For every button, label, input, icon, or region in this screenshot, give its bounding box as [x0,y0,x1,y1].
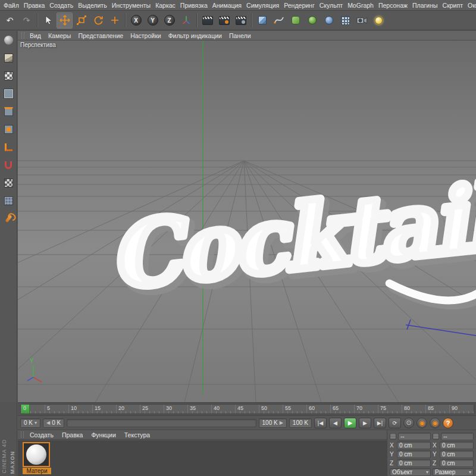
menu-select[interactable]: Выделить [76,1,109,10]
menu-animate[interactable]: Анимация [210,1,244,10]
timeline-tick: 30 [164,405,187,414]
next-frame-button[interactable]: ▶ [359,418,371,428]
tweak-mode-button[interactable] [2,212,15,225]
menu-create[interactable]: Создать [47,1,76,10]
power-slider[interactable] [67,419,256,427]
vp-menu-display[interactable]: Представление [75,32,126,39]
menu-script[interactable]: Скрипт [440,1,465,10]
camera-button[interactable] [354,12,370,29]
viewport-label[interactable]: Перспектива [20,42,56,48]
current-frame-dropdown[interactable]: 0 K ▾ [20,418,40,428]
range-end-value-field[interactable]: 100 K [289,418,312,428]
menu-simulate[interactable]: Симуляция [244,1,281,10]
size-x-field[interactable]: 0 cm [440,441,474,449]
menu-mesh[interactable]: Каркас [153,1,178,10]
vp-menu-filter[interactable]: Фильтр индикации [165,32,225,39]
go-to-start-button[interactable]: |◀ [314,418,327,428]
coord-system-button[interactable] [178,12,194,29]
light-button[interactable] [371,12,387,29]
material-name[interactable]: Матери [23,468,51,474]
menu-file[interactable]: Файл [1,1,21,10]
generator-button[interactable] [304,12,320,29]
size-z-field[interactable]: 0 cm [440,459,474,467]
loop-button[interactable]: ⟳ [389,418,401,428]
mat-menu-create[interactable]: Создать [26,431,57,439]
workplane-button[interactable] [2,195,15,207]
vp-menu-options[interactable]: Настройки [127,32,164,39]
render-settings-button[interactable] [233,12,249,29]
position-x-field[interactable]: 0 cm [397,441,431,449]
autokey-button[interactable]: ◉ [416,418,427,428]
mat-menu-texture[interactable]: Текстура [121,431,154,439]
vp-menu-panel[interactable]: Панели [226,32,254,39]
menu-edit[interactable]: Правка [21,1,47,10]
panel-icon[interactable] [390,433,396,440]
undo-button[interactable]: ↶ [2,12,18,29]
perspective-viewport[interactable]: Y Cocktails Cocktails Перспектива [18,40,476,402]
texture-button[interactable] [2,177,15,189]
drag-grip[interactable] [21,32,24,39]
position-z-field[interactable]: 0 cm [397,459,431,467]
material-manager[interactable]: Матери [18,440,387,476]
mograph-array-button[interactable] [337,12,353,29]
size-header-field[interactable]: -- [441,433,474,440]
help-button[interactable]: ? [443,418,453,428]
scale-icon [76,15,87,26]
lock-y-button[interactable]: Y [145,12,161,29]
menu-tools[interactable]: Инструменты [109,1,153,10]
last-tool-button[interactable] [107,12,123,29]
object-mode-dropdown[interactable]: Объект ▾ [390,468,431,476]
menu-sculpt[interactable]: Скульпт [317,1,345,10]
model-mode-button[interactable] [2,52,15,64]
record-options-button[interactable]: ◉ [430,418,440,428]
convert-object-button[interactable] [2,34,15,46]
menu-character[interactable]: Персонаж [376,1,410,10]
redo-button[interactable]: ↷ [18,12,35,29]
material-item[interactable]: Матери [23,442,51,474]
range-end-field[interactable]: 100 K ▶ [259,418,287,428]
metaball-button[interactable] [321,12,337,29]
previous-frame-button[interactable]: ◀ [329,418,342,428]
lock-x-button[interactable]: X [128,12,144,29]
range-start-field[interactable]: ◀ 0 K [43,418,64,428]
material-thumbnail[interactable] [23,442,50,467]
axis-mode-button[interactable] [2,141,15,154]
scene-object-cocktails[interactable]: Cocktails Cocktails [104,158,476,340]
size-mode-dropdown[interactable]: Размер ▾ [433,468,474,476]
edge-mode-button[interactable] [2,105,15,118]
mat-menu-edit[interactable]: Правка [58,431,86,439]
select-tool-button[interactable] [40,12,56,29]
position-y-field[interactable]: 0 cm [397,450,431,458]
timeline-ruler[interactable]: 0 5 10 15 20 25 30 35 40 45 50 55 60 65 … [20,404,474,414]
render-picture-viewer-button[interactable] [216,12,232,29]
add-cube-button[interactable] [254,12,270,29]
drag-grip[interactable] [21,431,24,438]
mat-menu-function[interactable]: Функции [87,431,119,439]
record-off-icon: ⊙ [406,419,411,427]
render-view-button[interactable] [199,12,215,29]
menu-plugins[interactable]: Плагины [410,1,440,10]
rotate-tool-button[interactable] [90,12,106,29]
texture-mode-button[interactable] [2,70,15,82]
point-mode-button[interactable] [2,87,15,100]
scale-tool-button[interactable] [73,12,89,29]
move-tool-button[interactable] [57,12,73,29]
menu-render[interactable]: Рендеринг [281,1,317,10]
menu-window[interactable]: Окно [465,1,476,10]
record-keyframe-button[interactable]: ⊙ [403,418,414,428]
panel-icon[interactable] [433,433,439,440]
play-button[interactable]: ▶ [344,418,356,428]
spline-pen-button[interactable] [271,12,287,29]
go-to-end-button[interactable]: ▶| [374,418,386,428]
subdivision-surface-button[interactable] [287,12,303,29]
vp-menu-cameras[interactable]: Камеры [45,32,74,39]
menu-snap[interactable]: Привязка [178,1,210,10]
snap-button[interactable] [2,159,15,171]
position-header-field[interactable]: -- [398,433,431,440]
lock-z-button[interactable]: Z [161,12,177,29]
polygon-mode-button[interactable] [2,123,15,136]
size-y-field[interactable]: 0 cm [440,450,474,458]
viewport-canvas[interactable]: Y Cocktails Cocktails [18,40,476,402]
vp-menu-view[interactable]: Вид [27,32,44,39]
menu-mograph[interactable]: MoGraph [345,1,376,10]
